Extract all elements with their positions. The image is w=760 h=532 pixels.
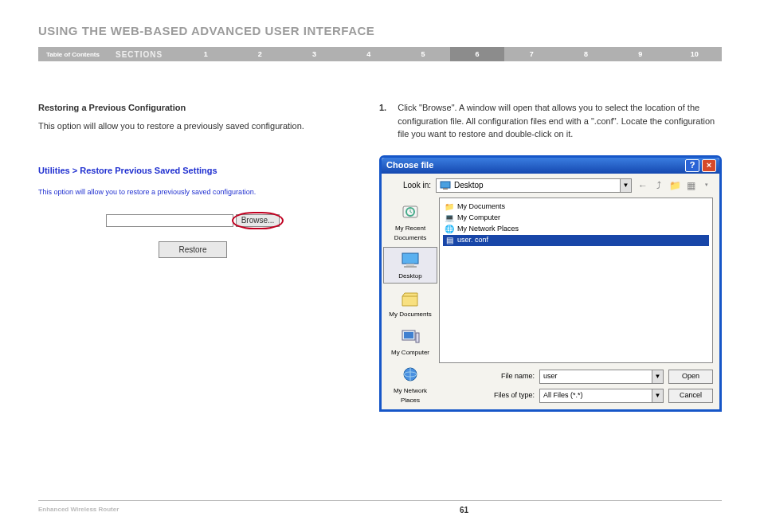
computer-icon: [399, 327, 421, 346]
dialog-sidebar: My Recent Documents Desktop My Documents: [382, 198, 439, 409]
browse-label: Browse...: [241, 216, 275, 225]
list-item[interactable]: ▤ user. conf: [443, 235, 709, 246]
restore-button[interactable]: Restore: [159, 241, 226, 258]
svg-rect-6: [404, 266, 417, 268]
filetype-select[interactable]: All Files (*.*) ▼: [539, 389, 664, 403]
up-folder-icon[interactable]: ⤴: [652, 178, 665, 193]
page-footer: Enhanced Wireless Router 61: [38, 500, 722, 514]
sidebar-network[interactable]: My Network Places: [383, 362, 437, 408]
help-button[interactable]: ?: [685, 159, 699, 172]
file-name: My Documents: [457, 201, 505, 213]
sidebar-item-label: My Recent Documents: [386, 224, 435, 243]
filename-value: user: [543, 371, 558, 382]
sidebar-recent[interactable]: My Recent Documents: [383, 199, 437, 245]
footer-page-number: 61: [300, 506, 722, 514]
page-title: USING THE WEB-BASED ADVANCED USER INTERF…: [38, 24, 722, 37]
list-item[interactable]: 🌐 My Network Places: [443, 224, 709, 235]
step-number: 1.: [379, 101, 386, 141]
browse-button[interactable]: Browse...: [236, 214, 280, 227]
close-button[interactable]: ×: [702, 159, 716, 172]
list-item[interactable]: 📁 My Documents: [443, 201, 709, 213]
step-text: Click "Browse". A window will open that …: [398, 101, 722, 141]
file-listing[interactable]: 📁 My Documents 💻 My Computer 🌐 My Networ…: [439, 198, 713, 363]
dialog-titlebar: Choose file ? ×: [382, 158, 719, 174]
svg-rect-4: [402, 253, 418, 264]
view-menu-icon[interactable]: ▦: [684, 178, 697, 193]
restore-panel: Utilities > Restore Previous Saved Setti…: [38, 164, 347, 258]
subheading: Restoring a Previous Configuration: [38, 101, 347, 115]
dialog-tool-icons: ← ⤴ 📁 ▦ ▾: [637, 178, 713, 193]
sidebar-computer[interactable]: My Computer: [383, 323, 437, 360]
filename-input[interactable]: user ▼: [539, 370, 664, 384]
left-body: This option will allow you to restore a …: [38, 119, 347, 133]
new-folder-icon[interactable]: 📁: [668, 178, 681, 193]
nav-section-8[interactable]: 8: [558, 50, 613, 58]
file-name: user. conf: [457, 235, 488, 246]
back-icon[interactable]: ←: [637, 178, 649, 193]
left-column: Restoring a Previous Configuration This …: [38, 101, 347, 412]
svg-rect-9: [416, 333, 419, 342]
recent-icon: [399, 203, 421, 222]
filename-label: File name:: [439, 371, 535, 382]
nav-section-5[interactable]: 5: [396, 50, 450, 58]
restore-title: Utilities > Restore Previous Saved Setti…: [38, 164, 347, 178]
nav-section-10[interactable]: 10: [668, 50, 722, 58]
nav-section-2[interactable]: 2: [233, 50, 287, 58]
sidebar-item-label: My Network Places: [386, 386, 435, 405]
list-item[interactable]: 💻 My Computer: [443, 213, 709, 224]
svg-rect-0: [441, 182, 450, 188]
nav-section-7[interactable]: 7: [504, 50, 558, 58]
nav-sections-label: SECTIONS: [108, 50, 178, 59]
restore-desc: This option will allow you to restore a …: [38, 187, 347, 198]
filetype-value: All Files (*.*): [543, 390, 583, 401]
nav-section-1[interactable]: 1: [178, 50, 233, 58]
view-menu-arrow[interactable]: ▾: [700, 181, 713, 190]
desktop-icon: [440, 181, 451, 190]
sidebar-item-label: My Computer: [386, 348, 435, 358]
sidebar-desktop[interactable]: Desktop: [383, 247, 437, 284]
svg-rect-8: [404, 332, 413, 338]
network-icon: [399, 366, 421, 385]
right-column: 1. Click "Browse". A window will open th…: [379, 101, 722, 412]
lookin-label: Look in:: [388, 179, 431, 191]
documents-icon: [399, 289, 421, 308]
lookin-select[interactable]: Desktop ▼: [436, 178, 632, 193]
chevron-down-icon: ▼: [620, 179, 631, 192]
open-button[interactable]: Open: [668, 370, 713, 384]
nav-section-4[interactable]: 4: [342, 50, 396, 58]
chevron-down-icon: ▼: [652, 389, 663, 402]
nav-toc[interactable]: Table of Contents: [38, 51, 108, 58]
dialog-title: Choose file: [385, 158, 683, 172]
svg-rect-5: [406, 264, 414, 266]
sidebar-item-label: Desktop: [386, 272, 435, 281]
computer-icon: 💻: [445, 212, 454, 224]
chevron-down-icon: ▼: [652, 370, 663, 383]
nav-section-3[interactable]: 3: [287, 50, 341, 58]
file-icon: ▤: [445, 234, 454, 246]
svg-rect-1: [443, 188, 448, 190]
sidebar-documents[interactable]: My Documents: [383, 285, 437, 322]
sidebar-item-label: My Documents: [386, 310, 435, 319]
restore-file-input[interactable]: [106, 214, 233, 227]
file-name: My Computer: [457, 213, 500, 224]
cancel-button[interactable]: Cancel: [668, 389, 713, 403]
network-icon: 🌐: [445, 223, 454, 235]
desktop-icon: [399, 251, 421, 270]
folder-icon: 📁: [445, 201, 454, 213]
nav-section-9[interactable]: 9: [613, 50, 668, 58]
filetype-label: Files of type:: [439, 390, 535, 401]
footer-product: Enhanced Wireless Router: [38, 506, 300, 514]
file-name: My Network Places: [457, 224, 519, 235]
nav-section-6[interactable]: 6: [450, 47, 504, 61]
choose-file-dialog: Choose file ? × Look in: Desktop ▼ ← ⤴ 📁: [379, 155, 722, 412]
sections-nav: Table of Contents SECTIONS 1 2 3 4 5 6 7…: [38, 47, 722, 61]
lookin-value: Desktop: [454, 179, 484, 191]
